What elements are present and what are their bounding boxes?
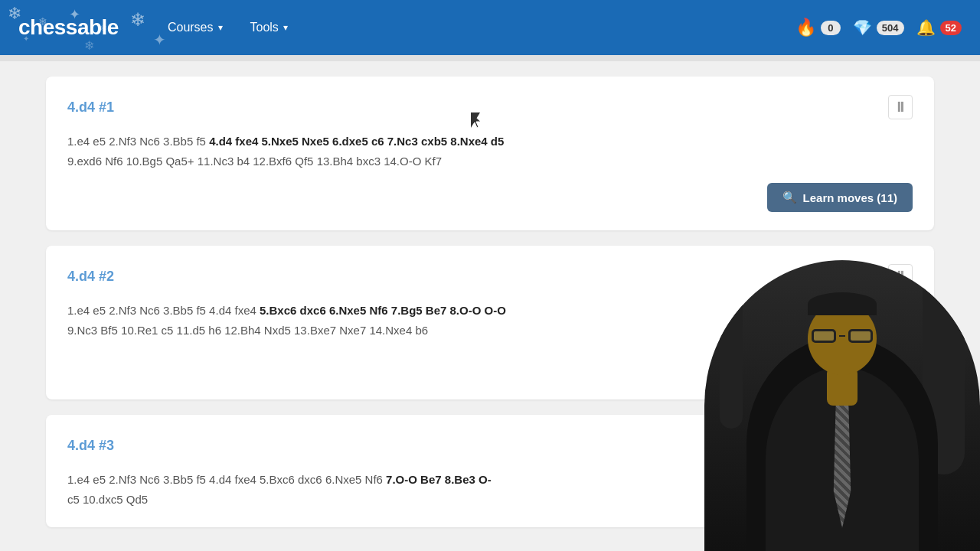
card-1-notation-line2: 9.exd6 Nf6 10.Bg5 Qa5+ 11.Nc3 b4 12.Bxf6… — [67, 155, 442, 168]
streak-count: 0 — [821, 21, 841, 35]
card-1-actions: 🔍 Learn moves (11) — [67, 171, 913, 212]
card-1: 4.d4 #1 ⏸ 1.e4 e5 2.Nf3 Nc6 3.Bb5 f5 4.d… — [46, 77, 934, 230]
fire-icon: 🔥 — [795, 18, 816, 37]
card-1-title: 4.d4 #1 — [67, 99, 114, 116]
learn-moves-button-1[interactable]: 🔍 Learn moves (11) — [767, 183, 913, 212]
card-1-notation: 1.e4 e5 2.Nf3 Nc6 3.Bb5 f5 4.d4 fxe4 5.N… — [67, 132, 913, 171]
card-2-notation-plain: 1.e4 e5 2.Nf3 Nc6 3.Bb5 f5 4.d4 fxe4 — [67, 304, 260, 317]
card-3-notation-line2: c5 10.dxc5 Qd5 — [67, 493, 148, 506]
chair-back-left — [720, 276, 743, 429]
top-separator — [0, 55, 980, 61]
streak-badge[interactable]: 🔥 0 — [795, 18, 841, 37]
header-right: 🔥 0 💎 504 🔔 52 — [795, 18, 962, 37]
tools-chevron-icon: ▾ — [283, 22, 288, 33]
card-3-notation-bold: 7.O-O Be7 8.Be3 O- — [386, 473, 492, 486]
tools-label: Tools — [250, 21, 279, 34]
magnify-icon-1: 🔍 — [782, 191, 797, 204]
card-2-notation-bold: 5.Bxc6 dxc6 6.Nxe5 Nf6 7.Bg5 Be7 8.O-O O… — [260, 304, 506, 317]
logo[interactable]: chessable — [18, 15, 119, 40]
person-hair — [808, 292, 877, 315]
card-2-title: 4.d4 #2 — [67, 269, 114, 285]
card-1-pause-button[interactable]: ⏸ — [888, 95, 913, 119]
diamond-count: 504 — [877, 21, 904, 35]
tools-nav[interactable]: Tools ▾ — [238, 15, 300, 41]
person-glasses — [812, 329, 873, 343]
webcam-overlay — [704, 260, 980, 551]
card-1-title-row: 4.d4 #1 ⏸ — [67, 95, 913, 119]
diamond-icon: 💎 — [853, 18, 872, 37]
diamond-badge[interactable]: 💎 504 — [853, 18, 904, 37]
card-3-title: 4.d4 #3 — [67, 438, 114, 454]
card-3-notation-plain: 1.e4 e5 2.Nf3 Nc6 3.Bb5 f5 4.d4 fxe4 5.B… — [67, 473, 386, 486]
header: ❄ ❄ ✦ ❄ ❄ ✦ ✦ ❄ chessable Courses ▾ Tool… — [0, 0, 980, 55]
card-2-notation-line2: 9.Nc3 Bf5 10.Re1 c5 11.d5 h6 12.Bh4 Nxd5… — [67, 324, 428, 337]
bell-icon: 🔔 — [916, 18, 936, 37]
notification-badge[interactable]: 🔔 52 — [916, 18, 962, 37]
pause-icon-1: ⏸ — [893, 99, 907, 116]
learn-btn-1-label: Learn moves (11) — [803, 191, 897, 204]
notification-count: 52 — [940, 21, 962, 35]
card-1-notation-bold: 4.d4 fxe4 5.Nxe5 Nxe5 6.dxe5 c6 7.Nc3 cx… — [209, 135, 504, 148]
card-1-notation-plain: 1.e4 e5 2.Nf3 Nc6 3.Bb5 f5 — [67, 135, 209, 148]
courses-chevron-icon: ▾ — [218, 22, 223, 33]
